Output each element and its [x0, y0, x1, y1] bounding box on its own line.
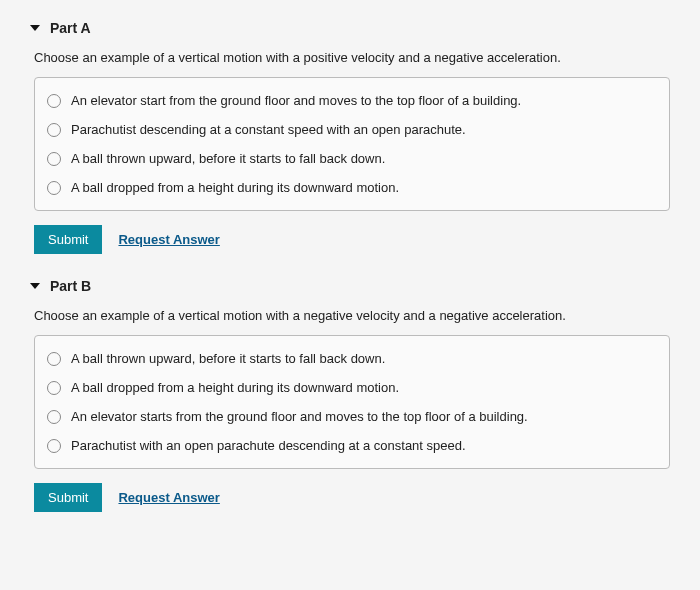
option-label: Parachutist with an open parachute desce… [71, 438, 466, 453]
option-row[interactable]: Parachutist descending at a constant spe… [47, 115, 657, 144]
radio-icon[interactable] [47, 352, 61, 366]
option-label: An elevator start from the ground floor … [71, 93, 521, 108]
part-b-title: Part B [50, 278, 91, 294]
part-b-header[interactable]: Part B [30, 278, 670, 294]
option-label: A ball thrown upward, before it starts t… [71, 351, 385, 366]
radio-icon[interactable] [47, 410, 61, 424]
option-label: Parachutist descending at a constant spe… [71, 122, 466, 137]
option-row[interactable]: A ball dropped from a height during its … [47, 373, 657, 402]
radio-icon[interactable] [47, 94, 61, 108]
part-b-options: A ball thrown upward, before it starts t… [34, 335, 670, 469]
part-a-actions: Submit Request Answer [34, 225, 670, 254]
option-label: An elevator starts from the ground floor… [71, 409, 528, 424]
submit-button[interactable]: Submit [34, 225, 102, 254]
option-row[interactable]: An elevator starts from the ground floor… [47, 402, 657, 431]
part-a-title: Part A [50, 20, 91, 36]
submit-button[interactable]: Submit [34, 483, 102, 512]
request-answer-link[interactable]: Request Answer [118, 490, 219, 505]
option-row[interactable]: An elevator start from the ground floor … [47, 86, 657, 115]
part-b-prompt: Choose an example of a vertical motion w… [34, 308, 670, 323]
chevron-down-icon [30, 25, 40, 31]
option-label: A ball dropped from a height during its … [71, 380, 399, 395]
option-row[interactable]: A ball thrown upward, before it starts t… [47, 144, 657, 173]
radio-icon[interactable] [47, 439, 61, 453]
part-b-actions: Submit Request Answer [34, 483, 670, 512]
part-a-options: An elevator start from the ground floor … [34, 77, 670, 211]
part-a-section: Part A Choose an example of a vertical m… [30, 20, 670, 254]
part-a-prompt: Choose an example of a vertical motion w… [34, 50, 670, 65]
radio-icon[interactable] [47, 123, 61, 137]
part-b-section: Part B Choose an example of a vertical m… [30, 278, 670, 512]
option-label: A ball thrown upward, before it starts t… [71, 151, 385, 166]
part-a-header[interactable]: Part A [30, 20, 670, 36]
chevron-down-icon [30, 283, 40, 289]
radio-icon[interactable] [47, 152, 61, 166]
radio-icon[interactable] [47, 381, 61, 395]
option-row[interactable]: Parachutist with an open parachute desce… [47, 431, 657, 460]
radio-icon[interactable] [47, 181, 61, 195]
option-row[interactable]: A ball thrown upward, before it starts t… [47, 344, 657, 373]
option-row[interactable]: A ball dropped from a height during its … [47, 173, 657, 202]
option-label: A ball dropped from a height during its … [71, 180, 399, 195]
request-answer-link[interactable]: Request Answer [118, 232, 219, 247]
